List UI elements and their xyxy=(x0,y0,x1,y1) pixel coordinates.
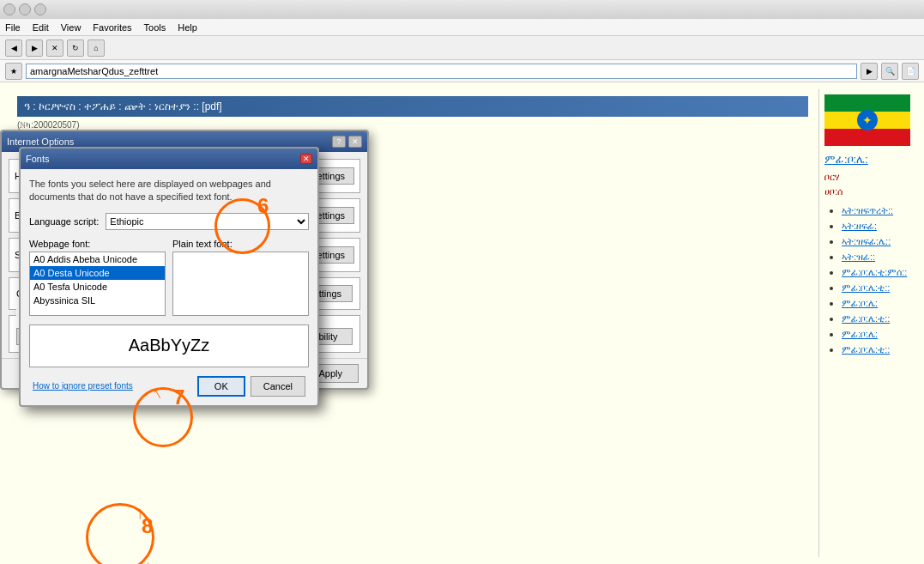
sidebar-link-7[interactable]: ምፊ:ቦ:ሌ: xyxy=(842,298,912,309)
webpage-font-label: Webpage font: xyxy=(29,239,166,249)
sidebar-link-3[interactable]: ኣት:ዝፍፊ:ሌ:: xyxy=(842,236,912,247)
flag-red xyxy=(824,129,910,146)
fonts-ok-btn[interactable]: OK xyxy=(197,376,245,397)
sidebar-link-9[interactable]: ምፊ:ቦ:ሌ: xyxy=(842,329,912,340)
menu-bar: File Edit View Favorites Tools Help xyxy=(0,19,924,36)
sidebar-link-list: ኣት:ዝፍጥረት:: ኣት:ዘፍፊ: ኣት:ዝፍፊ:ሌ:: ኣት:ዝፊ:: ምፊ… xyxy=(842,204,912,355)
refresh-btn[interactable]: ↻ xyxy=(67,39,84,57)
back-btn[interactable]: ◀ xyxy=(5,39,22,57)
forward-btn[interactable]: ▶ xyxy=(26,39,43,57)
font-item-addis[interactable]: A0 Addis Abeba Unicode xyxy=(30,252,165,266)
flag-yellow: ✦ xyxy=(824,112,910,129)
address-input[interactable] xyxy=(26,64,857,79)
fonts-footer: How to ignore preset fonts OK Cancel xyxy=(29,376,309,397)
fonts-cancel-btn[interactable]: Cancel xyxy=(251,376,305,397)
internet-options-title: Internet Options xyxy=(7,136,74,147)
page-btn[interactable]: 📄 xyxy=(902,63,919,80)
sidebar-link-1[interactable]: ኣት:ዝፍጥረት:: xyxy=(842,205,912,216)
right-sidebar: ✦ ምፊ:ቦ:ሌ: ቦርሃ ሀቦ:ሰ ኣት:ዝፍጥረት:: ኣት:ዘፍፊ: ኣት… xyxy=(818,89,917,557)
title-bar xyxy=(0,0,924,19)
fonts-title: Fonts xyxy=(26,154,50,164)
webpage-font-listbox[interactable]: A0 Addis Abeba Unicode A0 Desta Unicode … xyxy=(29,252,166,316)
language-script-row: Language script: Ethiopic xyxy=(29,213,309,230)
fonts-close-btn[interactable]: ✕ xyxy=(300,154,312,164)
preview-text: AaBbYyZz xyxy=(129,336,209,355)
sidebar-link-4[interactable]: ኣት:ዝፊ:: xyxy=(842,252,912,263)
fonts-lists-row: Webpage font: A0 Addis Abeba Unicode A0 … xyxy=(29,239,309,316)
menu-edit[interactable]: Edit xyxy=(33,22,49,33)
toolbar: ◀ ▶ ✕ ↻ ⌂ xyxy=(0,36,924,60)
language-script-select[interactable]: Ethiopic xyxy=(106,213,309,230)
sidebar-link-2[interactable]: ኣት:ዘፍፊ: xyxy=(842,221,912,232)
sidebar-link-6[interactable]: ምፊ:ቦ:ሌ:ቲ:: xyxy=(842,282,912,294)
fonts-description: The fonts you select here are displayed … xyxy=(29,178,309,204)
webpage-header: ዓ : ኮርፆዮናስ : ተፖሐይ : ጬት : ነርስተያን :: [pdf] xyxy=(17,96,808,117)
menu-help[interactable]: Help xyxy=(178,22,197,33)
window-minimize-btn[interactable] xyxy=(3,3,15,15)
font-item-tesfa[interactable]: A0 Tesfa Unicode xyxy=(30,280,165,294)
search-btn[interactable]: 🔍 xyxy=(881,63,898,80)
language-script-label: Language script: xyxy=(29,216,99,227)
window-close-btn[interactable] xyxy=(34,3,46,15)
stop-btn[interactable]: ✕ xyxy=(46,39,63,57)
menu-view[interactable]: View xyxy=(61,22,82,33)
sidebar-red-text2: ሀቦ:ሰ xyxy=(824,186,912,197)
address-bar: ★ ▶ 🔍 📄 xyxy=(0,60,924,82)
sidebar-main-link[interactable]: ምፊ:ቦ:ሌ: xyxy=(824,153,912,167)
flag-green xyxy=(824,94,910,112)
favorites-icon[interactable]: ★ xyxy=(5,63,22,80)
fonts-title-bar: Fonts ✕ xyxy=(21,149,317,169)
internet-options-close-btn[interactable]: ✕ xyxy=(348,136,362,148)
flag-emblem: ✦ xyxy=(857,110,878,130)
fonts-dialog: Fonts ✕ The fonts you select here are di… xyxy=(19,147,319,407)
sidebar-link-5[interactable]: ምፊ:ቦ:ሌ:ቲ:ምሰ:: xyxy=(842,267,912,278)
menu-file[interactable]: File xyxy=(5,22,21,33)
font-item-desta[interactable]: A0 Desta Unicode xyxy=(30,266,165,280)
webpage-font-col: Webpage font: A0 Addis Abeba Unicode A0 … xyxy=(29,239,166,316)
flag-container: ✦ xyxy=(824,94,910,146)
home-btn[interactable]: ⌂ xyxy=(88,39,105,57)
plain-text-font-col: Plain text font: xyxy=(172,239,309,316)
menu-tools[interactable]: Tools xyxy=(144,22,166,33)
fonts-action-buttons: OK Cancel xyxy=(197,376,305,397)
menu-favorites[interactable]: Favorites xyxy=(93,22,131,33)
sidebar-link-10[interactable]: ምፊ:ቦ:ሌ:ቲ:: xyxy=(842,344,912,355)
fonts-content: The fonts you select here are displayed … xyxy=(21,169,317,405)
browser-chrome: File Edit View Favorites Tools Help ◀ ▶ … xyxy=(0,0,924,82)
help-btn[interactable]: ? xyxy=(332,136,346,148)
window-maximize-btn[interactable] xyxy=(19,3,31,15)
font-item-abyssinica[interactable]: Abyssinica SIL xyxy=(30,294,165,307)
ignore-preset-fonts-link[interactable]: How to ignore preset fonts xyxy=(33,381,133,391)
fonts-preview: AaBbYyZz xyxy=(29,324,309,367)
plain-text-font-label: Plain text font: xyxy=(172,239,309,249)
go-btn[interactable]: ▶ xyxy=(861,63,878,80)
sidebar-link-8[interactable]: ምፊ:ቦ:ሌ:ቲ:: xyxy=(842,313,912,324)
sidebar-red-text1: ቦርሃ xyxy=(824,172,912,183)
plain-text-font-listbox[interactable] xyxy=(172,252,309,316)
